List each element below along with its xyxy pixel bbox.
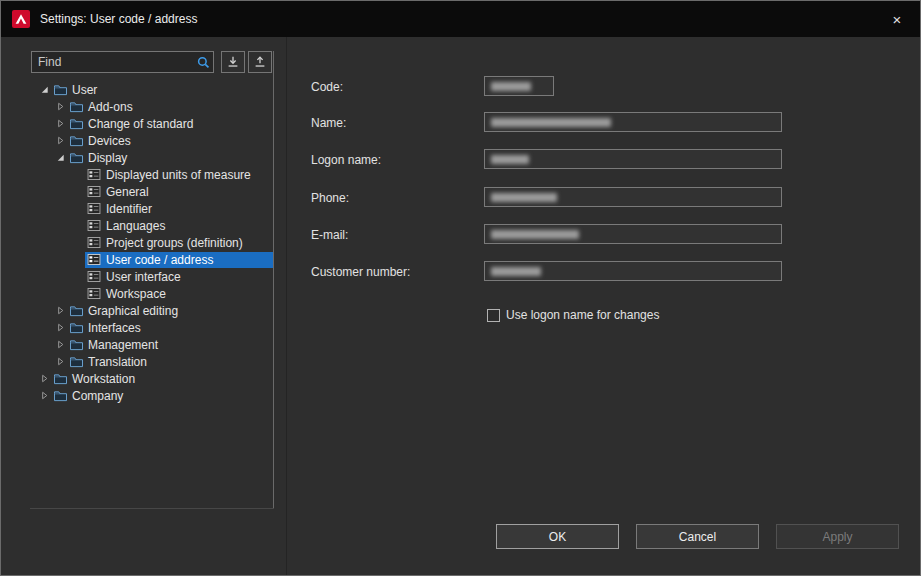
search-input[interactable]: [32, 55, 193, 69]
tree-item-graphical-editing[interactable]: Graphical editing: [31, 302, 273, 319]
folder-icon: [69, 135, 84, 147]
import-settings-button[interactable]: [221, 51, 245, 73]
tree-item-translation[interactable]: Translation: [31, 353, 273, 370]
tree-item-user[interactable]: User: [31, 81, 273, 98]
tree-item-label: Identifier: [106, 202, 152, 216]
customer-number-field[interactable]: [484, 261, 782, 281]
tree-item-label: User code / address: [106, 253, 213, 267]
tree-item-label: Devices: [88, 134, 131, 148]
expander-collapsed-icon[interactable]: [53, 338, 67, 352]
code-label: Code:: [311, 80, 343, 94]
tree-item-user-code-address[interactable]: User code / address: [31, 251, 273, 268]
redacted-value: [491, 193, 557, 202]
settings-grid-icon: [87, 220, 102, 232]
folder-icon: [53, 373, 68, 385]
name-label: Name:: [311, 116, 346, 130]
tree-item-workspace[interactable]: Workspace: [31, 285, 273, 302]
apply-button[interactable]: Apply: [776, 524, 899, 549]
expander-collapsed-icon[interactable]: [53, 117, 67, 131]
tree-item-display[interactable]: Display: [31, 149, 273, 166]
expander-collapsed-icon[interactable]: [53, 100, 67, 114]
settings-tree[interactable]: User Add-ons Change of standard Devices: [31, 81, 273, 507]
tree-item-label: User: [72, 83, 97, 97]
tree-item-label: Workstation: [72, 372, 135, 386]
tree-item-label: Workspace: [106, 287, 166, 301]
tree-item-label: Add-ons: [88, 100, 133, 114]
tree-item-label: Interfaces: [88, 321, 141, 335]
settings-grid-icon: [87, 271, 102, 283]
tree-item-displayed-units-of-measure[interactable]: Displayed units of measure: [31, 166, 273, 183]
redacted-value: [491, 118, 611, 127]
app-logo-icon: [12, 10, 30, 28]
tree-item-devices[interactable]: Devices: [31, 132, 273, 149]
folder-icon: [69, 118, 84, 130]
settings-dialog: Settings: User code / address ×: [0, 0, 921, 576]
settings-grid-icon: [87, 288, 102, 300]
tree-item-label: Change of standard: [88, 117, 193, 131]
tree-item-interfaces[interactable]: Interfaces: [31, 319, 273, 336]
name-field[interactable]: [484, 112, 782, 132]
search-box[interactable]: [31, 51, 214, 73]
tree-item-label: General: [106, 185, 149, 199]
tree-item-workstation[interactable]: Workstation: [31, 370, 273, 387]
settings-grid-icon: [87, 186, 102, 198]
expander-collapsed-icon[interactable]: [53, 355, 67, 369]
tree-item-label: Languages: [106, 219, 165, 233]
ok-button[interactable]: OK: [496, 524, 619, 549]
panel-divider: [286, 37, 287, 576]
folder-icon: [69, 322, 84, 334]
tree-item-label: User interface: [106, 270, 181, 284]
folder-icon: [69, 339, 84, 351]
tree-item-label: Displayed units of measure: [106, 168, 251, 182]
tree-item-label: Company: [72, 389, 123, 403]
tree-item-general[interactable]: General: [31, 183, 273, 200]
folder-icon: [69, 101, 84, 113]
tree-item-label: Translation: [88, 355, 147, 369]
expander-collapsed-icon[interactable]: [53, 321, 67, 335]
tree-item-management[interactable]: Management: [31, 336, 273, 353]
tree-item-languages[interactable]: Languages: [31, 217, 273, 234]
folder-icon: [53, 390, 68, 402]
arrow-up-tray-icon: [253, 55, 267, 69]
cancel-button[interactable]: Cancel: [636, 524, 759, 549]
use-logon-name-checkbox-label: Use logon name for changes: [506, 308, 659, 322]
use-logon-name-checkbox[interactable]: [487, 309, 500, 322]
tree-panel-bottom-border: [30, 508, 274, 509]
redacted-value: [491, 155, 529, 164]
tree-item-label: Graphical editing: [88, 304, 178, 318]
tree-panel-border: [273, 51, 274, 509]
tree-item-company[interactable]: Company: [31, 387, 273, 404]
tree-item-label: Project groups (definition): [106, 236, 243, 250]
tree-item-user-interface[interactable]: User interface: [31, 268, 273, 285]
phone-label: Phone:: [311, 191, 349, 205]
expander-expanded-icon[interactable]: [37, 83, 51, 97]
expander-collapsed-icon[interactable]: [37, 389, 51, 403]
code-field[interactable]: [484, 76, 554, 96]
titlebar[interactable]: Settings: User code / address ×: [1, 1, 920, 37]
folder-icon: [69, 356, 84, 368]
search-icon[interactable]: [193, 53, 213, 71]
tree-item-change-of-standard[interactable]: Change of standard: [31, 115, 273, 132]
window-title: Settings: User code / address: [40, 12, 197, 26]
tree-item-label: Management: [88, 338, 158, 352]
tree-item-project-groups-definition[interactable]: Project groups (definition): [31, 234, 273, 251]
export-settings-button[interactable]: [248, 51, 272, 73]
email-field[interactable]: [484, 224, 782, 244]
redacted-value: [491, 82, 531, 91]
close-button[interactable]: ×: [874, 1, 920, 37]
expander-collapsed-icon[interactable]: [53, 134, 67, 148]
expander-collapsed-icon[interactable]: [37, 372, 51, 386]
settings-grid-icon: [87, 237, 102, 249]
phone-field[interactable]: [484, 187, 782, 207]
folder-icon: [69, 305, 84, 317]
tree-item-add-ons[interactable]: Add-ons: [31, 98, 273, 115]
settings-grid-icon: [87, 203, 102, 215]
logon-name-field[interactable]: [484, 149, 782, 169]
folder-icon: [53, 84, 68, 96]
expander-expanded-icon[interactable]: [53, 151, 67, 165]
logon-name-label: Logon name:: [311, 153, 381, 167]
folder-icon: [69, 152, 84, 164]
expander-collapsed-icon[interactable]: [53, 304, 67, 318]
tree-item-identifier[interactable]: Identifier: [31, 200, 273, 217]
customer-number-label: Customer number:: [311, 265, 410, 279]
